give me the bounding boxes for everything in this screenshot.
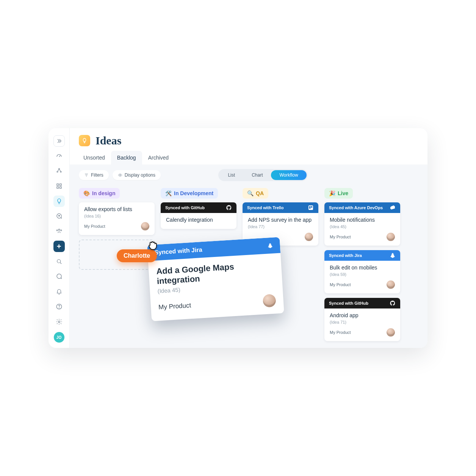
tab-archived[interactable]: Archived [142, 151, 175, 164]
assignee-avatar [305, 233, 313, 241]
view-workflow[interactable]: Workflow [271, 170, 306, 180]
sidebar-item-grid[interactable] [53, 180, 65, 192]
search-icon [56, 258, 63, 265]
svg-rect-3 [57, 184, 59, 186]
jira-icon [390, 252, 396, 258]
chat-icon [56, 273, 63, 280]
column-header: 🛠️ In Development [161, 188, 218, 199]
grid-icon [56, 183, 63, 189]
notifications-button[interactable] [53, 286, 65, 297]
assignee-avatar [141, 222, 149, 230]
sync-status: Synced with Trello [243, 202, 318, 213]
svg-point-8 [56, 230, 58, 231]
add-button[interactable]: + [53, 241, 65, 252]
svg-rect-5 [57, 187, 59, 189]
card-id: (Idea 71) [330, 320, 395, 324]
sidebar-item-feedback[interactable] [53, 211, 65, 222]
tab-unsorted[interactable]: Unsorted [77, 151, 111, 164]
grab-cursor-icon [146, 239, 159, 252]
svg-rect-4 [60, 184, 61, 186]
card-product: My Product [158, 302, 191, 311]
svg-rect-15 [308, 205, 313, 210]
column-label: In Development [174, 190, 213, 196]
bell-icon [56, 288, 63, 295]
column-header: 🎨 In design [79, 188, 120, 199]
assignee-avatar [387, 280, 395, 289]
tab-backlog[interactable]: Backlog [111, 151, 142, 164]
column-label: In design [92, 190, 115, 196]
lightbulb-icon [79, 135, 90, 146]
idea-card[interactable]: Synced with GitHub Android app (Idea 71)… [324, 298, 400, 341]
lightbulb-icon [56, 198, 63, 205]
idea-card[interactable]: Synced with Jira Bulk edit on mobiles (I… [324, 250, 400, 293]
sidebar-item-ideas[interactable] [53, 196, 65, 207]
card-title: Bulk edit on mobiles [330, 265, 395, 271]
card-id: (Idea 59) [330, 272, 395, 277]
expand-sidebar-button[interactable] [53, 135, 65, 147]
sync-status: Synced with GitHub [161, 202, 236, 213]
nodes-icon [56, 168, 63, 174]
chat-button[interactable] [53, 271, 65, 282]
column-label: QA [256, 190, 264, 196]
chevrons-right-icon [56, 138, 63, 144]
people-icon [56, 228, 63, 235]
dragging-card-overlay: Charlotte Synced with Jira Add a Google … [149, 241, 282, 317]
idea-card-dragging[interactable]: Synced with Jira Add a Google Maps integ… [147, 237, 284, 321]
sync-status: Synced with Jira [324, 250, 400, 261]
main-panel: Ideas Unsorted Backlog Archived Filters … [70, 128, 427, 348]
view-chart[interactable]: Chart [243, 170, 271, 180]
filters-label: Filters [91, 172, 103, 178]
sidebar-item-dashboard[interactable] [53, 150, 65, 162]
eye-icon [118, 173, 122, 177]
party-icon: 🎉 [329, 190, 335, 196]
card-product: My Product [84, 224, 105, 229]
idea-card[interactable]: Synced with Azure DevOps Mobile notifica… [324, 202, 400, 246]
display-options-button[interactable]: Display options [113, 170, 161, 180]
column-in-design: 🎨 In design Allow exports of lists (Idea… [79, 188, 155, 339]
page-title: Ideas [96, 134, 121, 147]
sidebar-item-team[interactable] [53, 225, 65, 237]
column-live: 🎉 Live Synced with Azure DevOps Mobile n… [324, 188, 400, 339]
magnifier-icon: 🔍 [247, 190, 254, 196]
filter-icon [84, 173, 89, 177]
view-list[interactable]: List [219, 170, 243, 180]
view-switch: List Chart Workflow [218, 169, 307, 181]
svg-point-2 [60, 171, 61, 172]
page-header: Ideas [70, 128, 427, 147]
svg-rect-6 [60, 187, 61, 189]
assignee-avatar [387, 233, 395, 241]
heart-chat-icon [56, 213, 63, 219]
svg-rect-17 [311, 206, 312, 208]
svg-point-14 [119, 175, 121, 176]
help-button[interactable] [53, 301, 65, 312]
card-id: (Idea 77) [248, 224, 313, 229]
palette-icon: 🎨 [83, 190, 90, 196]
help-icon [56, 303, 63, 310]
svg-point-1 [57, 171, 58, 172]
column-header: 🎉 Live [324, 188, 353, 199]
card-product: My Product [330, 282, 351, 287]
card-product: My Product [330, 235, 351, 239]
idea-card[interactable]: Synced with GitHub Calendly integration [161, 202, 236, 229]
card-title: Calendly integration [166, 217, 231, 223]
svg-point-10 [57, 259, 60, 263]
gear-icon [56, 318, 63, 325]
gauge-icon [56, 153, 63, 160]
search-button[interactable] [53, 256, 65, 267]
sidebar: + JO [49, 128, 70, 348]
svg-point-7 [58, 229, 60, 231]
assignee-avatar [387, 328, 395, 337]
settings-button[interactable] [53, 316, 65, 327]
idea-card[interactable]: Allow exports of lists (Idea 16) My Prod… [79, 202, 155, 235]
sidebar-item-roadmap[interactable] [53, 165, 65, 177]
column-header: 🔍 QA [243, 188, 268, 199]
toolbar: Filters Display options List Chart Workf… [70, 164, 427, 184]
current-user-avatar[interactable]: JO [54, 332, 64, 343]
card-id: (Idea 16) [84, 214, 149, 218]
kanban-board: 🎨 In design Allow exports of lists (Idea… [70, 184, 427, 348]
svg-point-13 [58, 321, 60, 323]
filters-button[interactable]: Filters [79, 170, 109, 180]
card-title: Android app [330, 312, 395, 318]
azure-devops-icon [390, 205, 396, 211]
card-title: Allow exports of lists [84, 206, 149, 212]
